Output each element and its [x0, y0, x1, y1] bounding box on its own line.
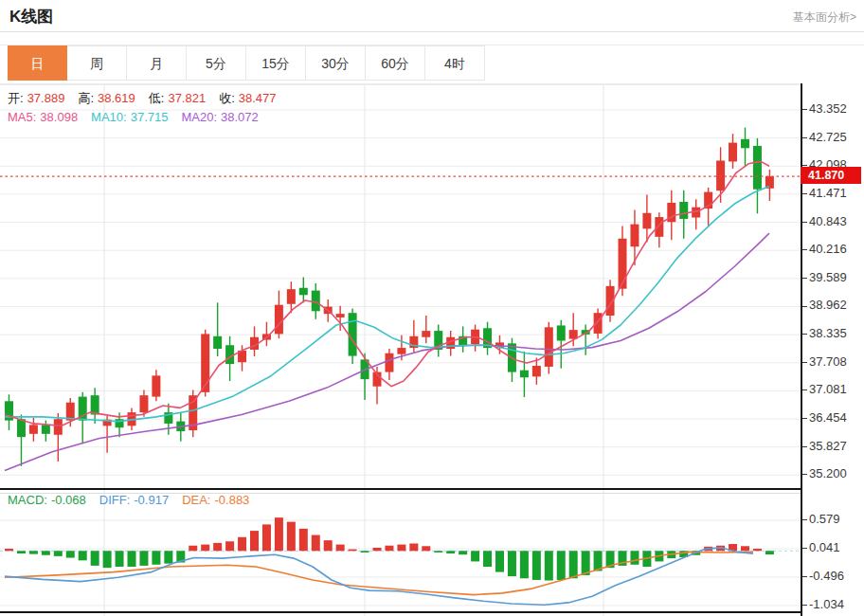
legend-value: 38.072: [221, 110, 259, 124]
header-divider: [0, 31, 864, 32]
axis-label: 37.081: [802, 382, 847, 397]
tab-30分[interactable]: 30分: [306, 45, 366, 81]
legend-label: 开:: [8, 91, 24, 105]
legend-value: 37.889: [27, 91, 65, 105]
legend-label: MA20:: [181, 110, 217, 124]
axis-label: 35.827: [802, 439, 847, 454]
legend-value: 38.477: [239, 91, 277, 105]
kline-panel: K线图 基本面分析> 日周月5分15分30分60分4时 开:37.889高:38…: [0, 0, 864, 616]
ma20-line: [5, 233, 769, 471]
legend-value: 37.715: [131, 110, 169, 124]
legend-label: 收:: [219, 91, 235, 105]
legend-value: 38.098: [40, 110, 78, 124]
macd-chart[interactable]: [0, 491, 801, 616]
tab-4时[interactable]: 4时: [425, 45, 485, 81]
legend-label: 低:: [149, 91, 165, 105]
ma5-line: [5, 161, 769, 426]
fundamental-analysis-link[interactable]: 基本面分析>: [793, 9, 856, 26]
ma10-line: [5, 186, 769, 421]
axis-label: 42.725: [802, 130, 847, 145]
page-title: K线图: [9, 6, 53, 27]
ma-readout: MA5:38.098MA10:37.715MA20:38.072: [8, 110, 272, 124]
axis-label: -0.496: [802, 569, 844, 584]
axis-label: 36.454: [802, 410, 847, 426]
legend-value: 38.619: [98, 91, 135, 105]
legend-label: MA10:: [91, 110, 127, 124]
tab-日[interactable]: 日: [8, 45, 67, 81]
macd-readout: MACD:-0.068DIFF:-0.917DEA:-0.883: [8, 493, 262, 507]
candles-layer: [5, 128, 774, 466]
axis-label: 38.962: [802, 298, 847, 313]
tab-周[interactable]: 周: [67, 45, 127, 81]
legend-label: MACD:: [8, 493, 47, 507]
legend-value: 37.821: [168, 91, 206, 105]
tab-5分[interactable]: 5分: [187, 45, 246, 81]
axis-label: 0.579: [802, 512, 840, 527]
axis-label: 35.200: [802, 466, 847, 481]
axis-label: 38.335: [802, 326, 847, 341]
axis-label: 39.589: [802, 270, 847, 285]
legend-value: -0.883: [214, 493, 249, 507]
legend-label: 高:: [78, 91, 94, 105]
ohlc-readout: 开:37.889高:38.619低:37.821收:38.477: [8, 90, 290, 107]
current-price-tag: 41.870: [801, 167, 861, 184]
legend-label: DEA:: [182, 493, 210, 507]
period-tabbar: 日周月5分15分30分60分4时: [8, 45, 485, 81]
legend-value: -0.917: [134, 493, 169, 507]
axis-label: 43.352: [802, 101, 847, 117]
price-axis: 43.35242.72542.09841.47140.84340.21639.5…: [801, 83, 864, 616]
tab-月[interactable]: 月: [127, 45, 187, 81]
axis-label: 41.471: [802, 186, 847, 201]
legend-label: DIFF:: [99, 493, 131, 507]
chart-area[interactable]: [0, 83, 801, 616]
axis-label: -1.034: [802, 597, 844, 612]
main-candlestick-chart[interactable]: [0, 84, 801, 491]
axis-label: 0.041: [802, 540, 840, 555]
axis-label: 40.216: [802, 242, 847, 257]
axis-label: 40.843: [802, 214, 847, 229]
axis-label: 37.708: [802, 354, 847, 370]
legend-label: MA5:: [8, 110, 36, 124]
tab-60分[interactable]: 60分: [366, 45, 425, 81]
legend-value: -0.068: [51, 493, 86, 507]
tab-15分[interactable]: 15分: [246, 45, 306, 81]
